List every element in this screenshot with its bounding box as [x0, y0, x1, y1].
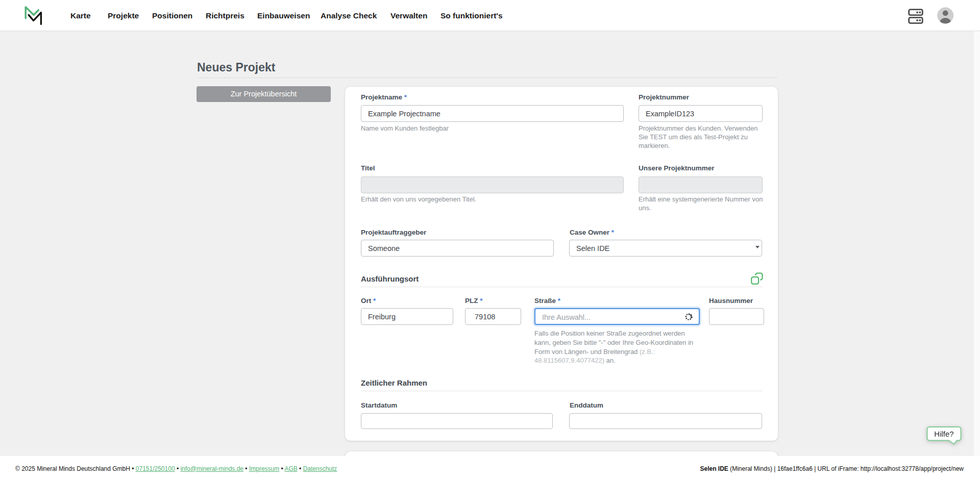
svg-text:Hilfe?: Hilfe?: [934, 429, 953, 438]
